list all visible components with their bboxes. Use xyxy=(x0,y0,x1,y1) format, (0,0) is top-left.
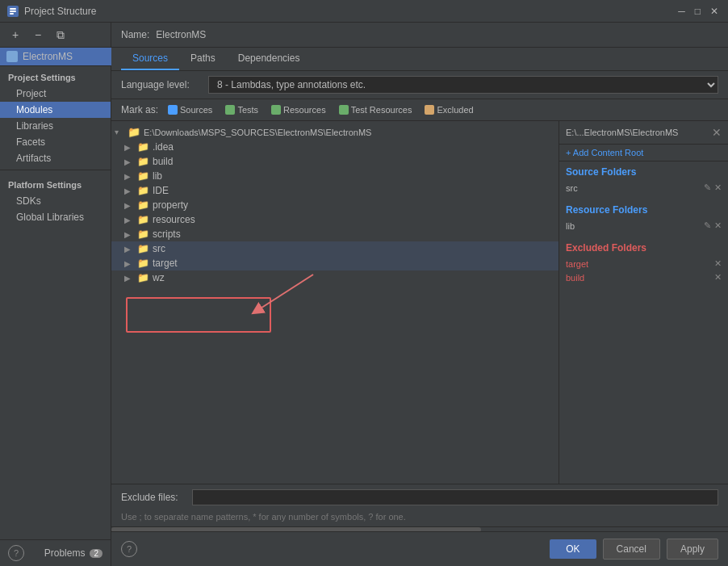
tree-arrow-lib: ▶ xyxy=(124,172,134,181)
wz-folder-icon: 📁 xyxy=(137,272,149,283)
sidebar-item-facets[interactable]: Facets xyxy=(0,134,111,150)
tests-tag-label: Tests xyxy=(237,105,258,115)
tree-item-wz[interactable]: ▶ 📁 wz xyxy=(111,270,559,285)
project-settings-header: Project Settings xyxy=(0,66,111,86)
resources-folder-icon: 📁 xyxy=(137,214,149,225)
file-tree: ▾ 📁 E:\Downloads\MSPS_SOURCES\ElectronMS… xyxy=(111,121,559,484)
mark-tag-tests[interactable]: Tests xyxy=(222,104,261,115)
src-folder-icon: 📁 xyxy=(137,243,149,254)
mark-as-row: Mark as: Sources Tests Resources Test Re… xyxy=(111,99,728,121)
remove-excluded-build-button[interactable]: ✕ xyxy=(714,272,722,283)
root-folder-icon: 📁 xyxy=(128,126,140,138)
window-title: Project Structure xyxy=(24,6,675,17)
exclude-files-input[interactable] xyxy=(192,489,718,505)
tree-arrow-property: ▶ xyxy=(124,201,134,210)
tree-item-target[interactable]: ▶ 📁 target xyxy=(111,256,559,270)
cancel-button[interactable]: Cancel xyxy=(603,539,660,560)
add-content-root-button[interactable]: + Add Content Root xyxy=(559,145,728,161)
platform-settings-header: Platform Settings xyxy=(0,174,111,193)
mark-tag-resources[interactable]: Resources xyxy=(268,104,329,115)
idea-folder-icon: 📁 xyxy=(137,141,149,153)
right-panel: Name: ElectronMS Sources Paths Dependenc… xyxy=(111,23,728,566)
tree-item-ide[interactable]: ▶ 📁 IDE xyxy=(111,183,559,198)
remove-excluded-target-button[interactable]: ✕ xyxy=(714,258,722,269)
tree-item-scripts[interactable]: ▶ 📁 scripts xyxy=(111,227,559,241)
sidebar-item-sdks[interactable]: SDKs xyxy=(0,193,111,209)
ok-button[interactable]: OK xyxy=(550,539,596,559)
resources-tag-icon xyxy=(271,105,281,115)
add-button[interactable]: + xyxy=(6,26,24,44)
title-bar-controls: ─ □ ✕ xyxy=(675,6,722,17)
minimize-button[interactable]: ─ xyxy=(675,6,688,17)
test-resources-tag-label: Test Resources xyxy=(351,105,412,115)
sidebar-divider-1 xyxy=(0,170,111,170)
tab-dependencies[interactable]: Dependencies xyxy=(227,48,312,70)
tree-item-wz-label: wz xyxy=(153,272,165,283)
tree-arrow-src: ▶ xyxy=(124,245,134,254)
mark-tag-excluded[interactable]: Excluded xyxy=(421,104,476,115)
tree-arrow-root: ▾ xyxy=(115,128,124,136)
name-value: ElectronMS xyxy=(156,29,718,40)
tree-item-build-label: build xyxy=(153,156,173,167)
tree-item-resources[interactable]: ▶ 📁 resources xyxy=(111,212,559,227)
copy-button[interactable]: ⧉ xyxy=(52,26,69,44)
tree-item-property[interactable]: ▶ 📁 property xyxy=(111,198,559,212)
excluded-folder-target-actions: ✕ xyxy=(714,258,722,269)
problems-badge: 2 xyxy=(90,549,103,558)
tabs-row: Sources Paths Dependencies xyxy=(111,48,728,71)
language-level-select[interactable]: 8 - Lambdas, type annotations etc. xyxy=(208,76,718,94)
sidebar-item-project[interactable]: Project xyxy=(0,86,111,102)
build-folder-icon: 📁 xyxy=(137,156,149,167)
resource-folders-title: Resource Folders xyxy=(566,204,722,216)
sidebar-item-artifacts[interactable]: Artifacts xyxy=(0,150,111,166)
mark-tag-sources[interactable]: Sources xyxy=(165,104,215,115)
apply-button[interactable]: Apply xyxy=(667,539,718,560)
resources-tag-label: Resources xyxy=(283,105,326,115)
tree-root-label: E:\Downloads\MSPS_SOURCES\ElectronMS\Ele… xyxy=(144,128,371,137)
sidebar-item-modules[interactable]: Modules xyxy=(0,102,111,118)
exclude-files-row: Exclude files: xyxy=(111,484,728,510)
info-panel: E:\...ElectronMS\ElectronMS ✕ + Add Cont… xyxy=(559,121,728,484)
edit-source-folder-button[interactable]: ✎ xyxy=(704,182,711,193)
tree-item-lib[interactable]: ▶ 📁 lib xyxy=(111,169,559,183)
project-item-label: ElectronMS xyxy=(23,51,73,62)
split-area: ▾ 📁 E:\Downloads\MSPS_SOURCES\ElectronMS… xyxy=(111,121,728,484)
sources-tag-label: Sources xyxy=(180,105,212,115)
sidebar-item-libraries[interactable]: Libraries xyxy=(0,118,111,134)
info-panel-header: E:\...ElectronMS\ElectronMS ✕ xyxy=(559,121,728,145)
excluded-folder-build-actions: ✕ xyxy=(714,272,722,283)
name-row: Name: ElectronMS xyxy=(111,23,728,48)
excluded-folders-title: Excluded Folders xyxy=(566,242,722,254)
tree-item-idea-label: .idea xyxy=(153,141,174,153)
sidebar-bottom: ? Problems 2 xyxy=(0,539,111,566)
mark-tag-test-resources[interactable]: Test Resources xyxy=(336,104,416,115)
excluded-folder-build: build ✕ xyxy=(566,270,722,284)
tab-paths[interactable]: Paths xyxy=(179,48,227,70)
close-button[interactable]: ✕ xyxy=(707,6,722,17)
info-close-button[interactable]: ✕ xyxy=(712,126,722,139)
tree-item-build[interactable]: ▶ 📁 build xyxy=(111,154,559,169)
svg-rect-3 xyxy=(10,13,14,15)
remove-button[interactable]: − xyxy=(29,26,47,44)
test-resources-tag-icon xyxy=(339,105,349,115)
exclude-files-hint: Use ; to separate name patterns, * for a… xyxy=(111,510,728,526)
tree-item-src[interactable]: ▶ 📁 src xyxy=(111,241,559,256)
tree-root[interactable]: ▾ 📁 E:\Downloads\MSPS_SOURCES\ElectronMS… xyxy=(111,124,559,140)
module-icon xyxy=(6,51,18,62)
excluded-folder-target-name: target xyxy=(566,259,588,269)
excluded-tag-label: Excluded xyxy=(437,105,473,115)
tree-item-idea[interactable]: ▶ 📁 .idea xyxy=(111,140,559,154)
help-button[interactable]: ? xyxy=(8,545,24,561)
sidebar-item-global-libraries[interactable]: Global Libraries xyxy=(0,209,111,225)
maximize-button[interactable]: □ xyxy=(692,6,704,17)
edit-resource-folder-button[interactable]: ✎ xyxy=(704,220,711,231)
remove-source-folder-button[interactable]: ✕ xyxy=(714,182,722,193)
sidebar-toolbar: + − ⧉ xyxy=(0,23,111,48)
remove-resource-folder-button[interactable]: ✕ xyxy=(714,220,722,231)
info-module-name: E:\...ElectronMS\ElectronMS xyxy=(566,128,678,137)
target-folder-icon: 📁 xyxy=(137,258,149,269)
tab-sources[interactable]: Sources xyxy=(121,48,179,70)
svg-rect-2 xyxy=(10,10,16,12)
excluded-tag-icon xyxy=(425,105,434,115)
help-button-bottom[interactable]: ? xyxy=(121,541,137,557)
